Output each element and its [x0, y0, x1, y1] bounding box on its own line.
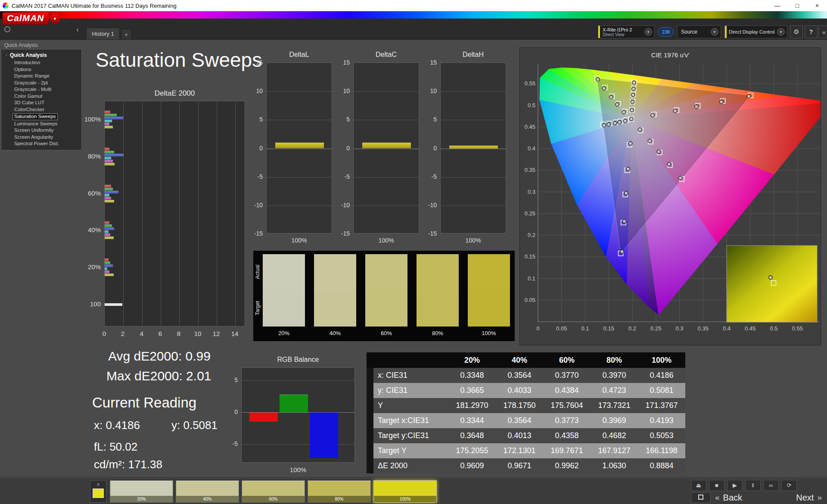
display-control-dropdown[interactable]: Direct Display Control ▾: [724, 25, 787, 38]
chevron-down-icon[interactable]: ▾: [711, 28, 718, 36]
delta-e-bar-red: [105, 258, 109, 261]
results-cell: 0.9609: [448, 458, 496, 473]
pause-button[interactable]: ‖: [745, 480, 761, 491]
sidebar-collapse-icon[interactable]: ‹: [73, 25, 82, 34]
stop-button[interactable]: ■: [709, 480, 724, 491]
delta-e-gridline-x: [123, 101, 124, 326]
results-row: ΔE 20000.96090.96710.99621.06300.8884: [367, 458, 685, 473]
results-row-strip: [367, 398, 373, 413]
cie-measured-marker: [622, 220, 626, 223]
comparator-target-swatch-60%: [365, 290, 407, 327]
sidebar-item-3d-cube-lut[interactable]: 3D Cube LUT: [1, 100, 81, 106]
delta-e-gridline-x: [217, 101, 217, 326]
delta-e-bar-green: [105, 224, 112, 227]
sidebar-item-grayscale-2pt[interactable]: Grayscale - 2pt: [1, 80, 81, 87]
eject-button[interactable]: ⏏: [691, 480, 706, 491]
results-row-strip: [367, 413, 373, 428]
cie-measured-marker: [620, 250, 624, 253]
saturation-swatch-button-40[interactable]: 40%: [176, 480, 239, 503]
sidebar-item-colorchecker[interactable]: ColorChecker: [1, 106, 81, 113]
sidebar-menu-icon[interactable]: [4, 26, 10, 32]
refresh-button[interactable]: ⟳: [781, 480, 797, 491]
meter-name-label: X-Rite i1Pro 2: [603, 27, 632, 32]
next-button[interactable]: Next»: [771, 492, 822, 504]
delta-e-2000-chart: DeltaE 200002468101214100%80%60%40%20%10…: [78, 88, 254, 340]
minimize-button[interactable]: —: [768, 0, 787, 11]
sidebar-item-spectral-power-dist[interactable]: Spectral Power Dist.: [1, 140, 81, 147]
sidebar-item-dynamic-range[interactable]: Dynamic Range: [1, 73, 81, 80]
delta-l-chart: DeltaL151050-5-10-15100%: [241, 51, 333, 245]
rgb-x-label: 100%: [241, 466, 355, 473]
sidebar-root-item[interactable]: ·Quick Analysis: [1, 51, 81, 59]
delta-c-gridline-y: [354, 205, 419, 206]
sidebar-item-luminance-sweeps[interactable]: Luminance Sweeps: [1, 121, 81, 128]
actual-target-comparator: ActualTarget20%40%60%80%100%: [253, 251, 515, 341]
sidebar-item-options[interactable]: Options: [1, 66, 81, 73]
delta-h-y-tick-label: 0: [415, 145, 437, 152]
saturation-swatch-button-60[interactable]: 60%: [242, 480, 305, 503]
cie-measured-marker: [602, 87, 606, 90]
collapse-right-icon[interactable]: «: [818, 25, 827, 38]
add-tab-button[interactable]: +: [121, 29, 132, 39]
stop-large-button[interactable]: [691, 492, 711, 503]
delta-l-bar: [275, 143, 324, 148]
results-cell: 0.4033: [496, 383, 543, 398]
results-row-label: Target Y: [373, 443, 448, 458]
current-x-value: x: 0.4186: [94, 419, 140, 432]
results-cell: 173.7321: [591, 398, 638, 413]
calman-logo[interactable]: CalMAN ▾: [3, 12, 60, 25]
delta-e-bar-red: [105, 148, 109, 150]
source-dropdown[interactable]: Source ▾: [677, 25, 721, 38]
meter-dropdown[interactable]: X-Rite i1Pro 2 Direct View ▾: [598, 25, 655, 38]
delta-h-gridline-y: [441, 177, 506, 177]
delta-l-gridline-y: [267, 120, 332, 120]
back-button[interactable]: «Back: [715, 492, 767, 504]
results-cell: 0.4013: [496, 428, 543, 443]
sidebar-item-screen-angularity[interactable]: Screen Angularity: [1, 134, 81, 141]
maximize-button[interactable]: □: [787, 0, 807, 11]
saturation-swatch-button-20[interactable]: 20%: [110, 480, 173, 503]
sidebar-item-screen-uniformity[interactable]: Screen Uniformity: [1, 127, 81, 134]
gear-icon[interactable]: ⚙: [790, 25, 803, 38]
sidebar-item-introduction[interactable]: Introduction: [1, 59, 81, 66]
play-button[interactable]: ▶: [727, 480, 743, 491]
tab-history-1[interactable]: History 1: [86, 28, 120, 39]
comparator-column-label: 20%: [263, 330, 305, 336]
delta-l-y-tick-label: -15: [241, 230, 263, 237]
delta-e-x-tick-label: 4: [137, 330, 147, 337]
results-header-strip: [367, 352, 373, 368]
results-cell: 0.3344: [448, 413, 496, 428]
delta-e-bar-magenta: [105, 123, 109, 125]
results-cell: 0.9671: [496, 458, 543, 473]
delta-e-bar-yellow: [105, 126, 113, 128]
results-row-label: ΔE 2000: [373, 458, 448, 473]
results-cell: 0.3665: [448, 383, 496, 398]
saturation-swatch-button-100[interactable]: 100%: [373, 480, 437, 503]
delta-c-y-tick-label: 0: [328, 145, 350, 152]
saturation-swatch-button-80[interactable]: 80%: [308, 480, 371, 503]
sidebar-item-grayscale-multi[interactable]: Grayscale - Multi: [1, 86, 81, 93]
chevron-down-icon[interactable]: ▾: [777, 28, 785, 36]
delta-c-bar: [362, 143, 411, 148]
delta-c-y-tick-label: -10: [328, 202, 350, 208]
current-color-button[interactable]: ∧: [90, 480, 106, 503]
svg-text:0.3: 0.3: [675, 325, 683, 332]
current-reading-label: Current Reading: [92, 395, 196, 411]
cie-measured-marker: [623, 119, 627, 122]
close-button[interactable]: ×: [807, 0, 827, 11]
loop-button[interactable]: ∞: [763, 480, 779, 491]
chevron-down-icon[interactable]: ▾: [644, 28, 652, 36]
results-cell: 171.3767: [638, 398, 685, 413]
max-de2000-value: Max dE2000: 2.01: [106, 369, 211, 383]
current-fl-value: fL: 50.02: [94, 440, 137, 454]
delta-l-plot: [266, 62, 332, 233]
sidebar-item-saturation-sweeps[interactable]: Saturation Sweeps: [1, 113, 81, 121]
results-cell: 0.4723: [591, 383, 638, 398]
delta-c-title: DeltaC: [353, 51, 419, 59]
cie-measured-marker: [609, 95, 613, 99]
sidebar-item-color-gamut[interactable]: Color Gamut: [1, 93, 81, 100]
help-icon[interactable]: ?: [805, 25, 818, 38]
delta-h-y-tick-label: 15: [415, 59, 437, 66]
results-cell: 0.4193: [638, 413, 685, 428]
results-header-cell: 60%: [543, 356, 591, 365]
